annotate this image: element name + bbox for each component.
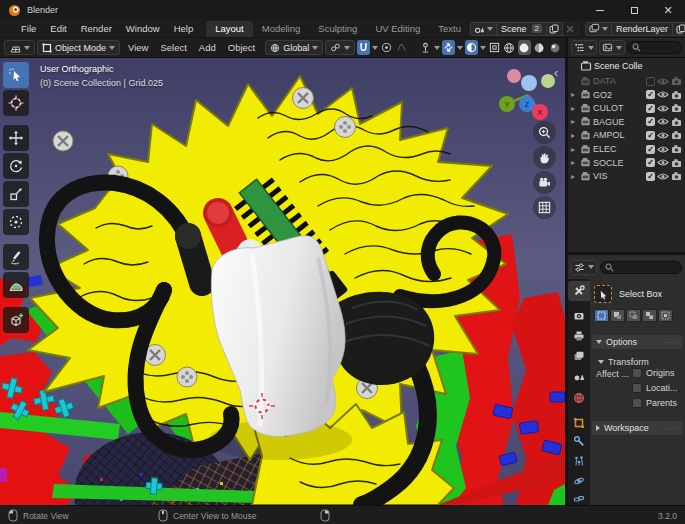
3d-viewport[interactable]: User Orthographic (0) Scene Collection |… — [0, 58, 565, 505]
expand-arrow-icon[interactable]: ▸ — [571, 145, 578, 154]
axis-neg-z-ball[interactable] — [521, 75, 537, 91]
outliner-search-input[interactable] — [627, 41, 682, 54]
outliner-item-row[interactable]: ▸ DATA ✓ — [568, 74, 685, 88]
outliner-item-row[interactable]: ▸ ELEC ✓ — [568, 142, 685, 156]
disable-render-camera-icon[interactable] — [671, 144, 683, 154]
properties-tab-physics[interactable] — [568, 471, 590, 491]
hide-eye-icon[interactable] — [657, 158, 669, 167]
expand-arrow-icon[interactable]: ▸ — [571, 172, 578, 181]
properties-tab-render[interactable] — [568, 306, 590, 326]
properties-tab-scene[interactable] — [568, 366, 590, 386]
pivot-point-dropdown[interactable] — [325, 40, 355, 55]
properties-tab-tool[interactable] — [568, 281, 590, 301]
perspective-toggle-button[interactable] — [533, 196, 556, 219]
workspace-tab[interactable]: Sculpting — [309, 21, 366, 37]
editor-type-button[interactable] — [4, 40, 35, 55]
snap-settings-dropdown[interactable] — [372, 46, 378, 50]
expand-arrow-icon[interactable]: ▸ — [571, 90, 578, 99]
parents-checkbox[interactable] — [632, 398, 642, 408]
shading-extras-button[interactable] — [465, 40, 478, 55]
properties-tab-output[interactable] — [568, 326, 590, 346]
axis-neg-y-ball[interactable] — [541, 74, 555, 88]
hide-eye-icon[interactable] — [657, 131, 669, 140]
affect-origins-row[interactable]: Origins — [632, 368, 675, 378]
measure-tool-button[interactable] — [3, 272, 29, 298]
menu-item[interactable]: Help — [167, 23, 201, 34]
scene-name-field[interactable]: Scene 2 — [497, 22, 547, 36]
properties-tab-view-layer[interactable] — [568, 346, 590, 366]
viewport-menu-item[interactable]: View — [122, 42, 154, 53]
properties-editor-type-button[interactable] — [571, 260, 597, 275]
menu-item[interactable]: Render — [74, 23, 119, 34]
axis-y-ball[interactable]: Y — [499, 96, 515, 112]
show-overlays-button[interactable] — [442, 40, 455, 55]
select-mode-intersect-button[interactable] — [658, 309, 673, 322]
scene-users-count[interactable]: 2 — [532, 24, 542, 33]
disable-render-camera-icon[interactable] — [671, 76, 683, 86]
select-mode-new-button[interactable] — [594, 309, 609, 322]
hide-eye-icon[interactable] — [657, 77, 669, 86]
snap-magnet-toggle[interactable] — [357, 40, 370, 55]
outliner-scene-collection-row[interactable]: ▾ Scene Colle — [568, 59, 685, 73]
annotate-tool-button[interactable] — [3, 244, 29, 270]
locations-checkbox[interactable] — [632, 383, 642, 393]
workspace-tab[interactable]: Textu — [429, 21, 470, 37]
exclude-checkbox[interactable]: ✓ — [646, 90, 655, 99]
overlays-dropdown[interactable] — [457, 46, 463, 50]
shading-dropdown[interactable] — [480, 46, 486, 50]
sidebar-collapse-arrow[interactable]: ‹ — [554, 66, 558, 80]
outliner-item-row[interactable]: ▸ GO2 ✓ — [568, 88, 685, 102]
move-tool-button[interactable] — [3, 125, 29, 151]
transform-subpanel-header[interactable]: Transform — [598, 355, 683, 368]
active-tool-thumbnail[interactable] — [594, 285, 612, 303]
zoom-button[interactable] — [533, 121, 556, 144]
viewport-canvas[interactable] — [0, 58, 565, 505]
hide-eye-icon[interactable] — [657, 117, 669, 126]
disable-render-camera-icon[interactable] — [671, 90, 683, 100]
scale-tool-button[interactable] — [3, 181, 29, 207]
outliner-item-row[interactable]: ▸ VIS ✓ — [568, 169, 685, 183]
select-mode-subtract-button[interactable] — [626, 309, 641, 322]
select-box-tool-button[interactable] — [3, 62, 29, 88]
affect-locations-row[interactable]: Locati... — [632, 383, 678, 393]
camera-view-button[interactable] — [533, 171, 556, 194]
outliner-item-row[interactable]: ▸ CULOT ✓ — [568, 101, 685, 115]
properties-search-input[interactable] — [600, 261, 682, 274]
new-scene-button[interactable] — [547, 22, 563, 36]
add-cube-tool-button[interactable] — [3, 307, 29, 333]
proportional-editing-toggle[interactable] — [380, 40, 393, 55]
origins-checkbox[interactable] — [632, 368, 642, 378]
properties-tab-object[interactable] — [568, 413, 590, 433]
affect-parents-row[interactable]: Parents — [632, 398, 677, 408]
viewport-menu-item[interactable]: Add — [193, 42, 222, 53]
hide-eye-icon[interactable] — [657, 90, 669, 99]
select-mode-invert-button[interactable] — [642, 309, 657, 322]
transform-tool-button[interactable] — [3, 209, 29, 235]
properties-tab-modifiers[interactable] — [568, 431, 590, 451]
disable-render-camera-icon[interactable] — [671, 103, 683, 113]
properties-tab-world[interactable] — [568, 388, 590, 408]
view-layer-name-field[interactable]: RenderLayer — [612, 22, 673, 36]
expand-arrow-icon[interactable]: ▸ — [571, 104, 578, 113]
exclude-checkbox[interactable]: ✓ — [646, 131, 655, 140]
hide-eye-icon[interactable] — [657, 172, 669, 181]
maximize-button[interactable] — [617, 0, 651, 20]
disable-render-camera-icon[interactable] — [671, 158, 683, 168]
disable-render-camera-icon[interactable] — [671, 171, 683, 181]
outliner-filter-button[interactable] — [599, 40, 625, 55]
exclude-checkbox[interactable]: ✓ — [646, 145, 655, 154]
axis-neg-x-ball[interactable] — [507, 69, 521, 83]
show-gizmo-button[interactable] — [419, 40, 432, 55]
shading-wireframe-button[interactable] — [503, 40, 516, 55]
minimize-button[interactable] — [583, 0, 617, 20]
transform-orientation-dropdown[interactable]: Global — [265, 40, 323, 55]
disable-render-camera-icon[interactable] — [671, 130, 683, 140]
properties-tab-particles[interactable] — [568, 451, 590, 471]
shading-rendered-button[interactable] — [548, 40, 561, 55]
menu-item[interactable]: File — [14, 23, 43, 34]
mode-dropdown[interactable]: Object Mode — [37, 40, 120, 55]
workspace-tab[interactable]: Modeling — [253, 21, 310, 37]
exclude-checkbox[interactable]: ✓ — [646, 104, 655, 113]
workspace-tab[interactable]: UV Editing — [366, 21, 429, 37]
xray-toggle[interactable] — [488, 40, 501, 55]
